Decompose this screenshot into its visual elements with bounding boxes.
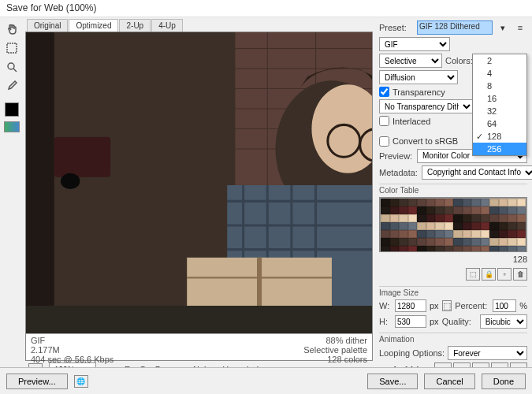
color-swatch[interactable]: [471, 222, 481, 230]
color-swatch[interactable]: [399, 238, 408, 246]
color-swatch[interactable]: [399, 222, 408, 230]
preview-button[interactable]: Preview...: [6, 374, 68, 389]
color-swatch[interactable]: [453, 230, 463, 238]
color-swatch[interactable]: [399, 206, 408, 214]
slice-visibility[interactable]: [4, 121, 20, 132]
color-swatch[interactable]: [417, 246, 426, 252]
color-swatch[interactable]: [517, 199, 526, 206]
reduction-select[interactable]: Selective: [379, 54, 442, 68]
color-swatch[interactable]: [453, 206, 463, 214]
transparency-dither-select[interactable]: No Transparency Dither: [379, 99, 474, 113]
color-swatch[interactable]: [426, 206, 436, 214]
color-swatch[interactable]: [408, 222, 418, 230]
color-swatch[interactable]: [426, 214, 436, 222]
color-swatch[interactable]: [381, 230, 390, 238]
color-swatch[interactable]: [471, 199, 481, 206]
colors-option-64[interactable]: 64: [473, 117, 526, 130]
color-swatch[interactable]: [463, 238, 472, 246]
ct-lock-icon[interactable]: 🔒: [482, 268, 496, 281]
dither-select[interactable]: Diffusion: [379, 70, 458, 84]
preset-menu-icon[interactable]: ▾: [496, 20, 510, 35]
color-swatch[interactable]: [517, 214, 526, 222]
color-swatch[interactable]: [381, 199, 390, 206]
colors-option-8[interactable]: 8: [473, 80, 526, 92]
color-swatch[interactable]: [435, 206, 445, 214]
tab-4up[interactable]: 4-Up: [151, 19, 183, 32]
color-swatch[interactable]: [463, 206, 472, 214]
color-swatch[interactable]: [399, 230, 408, 238]
color-swatch[interactable]: [417, 199, 426, 206]
color-swatch[interactable]: [399, 246, 408, 252]
color-swatch[interactable]: [508, 222, 517, 230]
color-swatch[interactable]: [517, 206, 526, 214]
color-swatch[interactable]: [408, 214, 418, 222]
colors-option-256[interactable]: 256: [473, 143, 526, 155]
colors-option-4[interactable]: 4: [473, 67, 526, 80]
color-swatch[interactable]: [499, 222, 508, 230]
color-swatch[interactable]: [390, 214, 400, 222]
color-swatch[interactable]: [435, 246, 445, 252]
color-swatch[interactable]: [471, 206, 481, 214]
color-swatch[interactable]: [417, 214, 426, 222]
color-swatch[interactable]: [508, 238, 517, 246]
color-swatch[interactable]: [499, 199, 508, 206]
color-swatch[interactable]: [399, 199, 408, 206]
color-swatch[interactable]: [481, 199, 490, 206]
color-swatch[interactable]: [471, 246, 481, 252]
link-icon[interactable]: ⬚: [442, 300, 452, 311]
color-swatch[interactable]: [481, 238, 490, 246]
foreground-color[interactable]: [5, 102, 19, 117]
tab-original[interactable]: Original: [27, 19, 68, 32]
color-swatch[interactable]: [463, 222, 472, 230]
color-swatch[interactable]: [445, 230, 454, 238]
zoom-tool[interactable]: [3, 58, 20, 76]
color-swatch[interactable]: [381, 214, 390, 222]
flyout-menu-icon[interactable]: ≡: [513, 20, 527, 35]
tab-optimized[interactable]: Optimized: [69, 19, 118, 32]
color-swatch[interactable]: [408, 246, 418, 252]
color-swatch[interactable]: [489, 246, 499, 252]
color-swatch[interactable]: [399, 214, 408, 222]
color-swatch[interactable]: [499, 206, 508, 214]
color-swatch[interactable]: [390, 230, 400, 238]
color-swatch[interactable]: [517, 246, 526, 252]
color-swatch[interactable]: [408, 230, 418, 238]
color-swatch[interactable]: [517, 230, 526, 238]
looping-select[interactable]: Forever: [448, 346, 527, 360]
color-swatch[interactable]: [517, 222, 526, 230]
color-swatch[interactable]: [417, 206, 426, 214]
colors-option-32[interactable]: 32: [473, 105, 526, 117]
quality-select[interactable]: Bicubic: [480, 314, 527, 329]
color-swatch[interactable]: [435, 238, 445, 246]
color-swatch[interactable]: [445, 246, 454, 252]
color-swatch[interactable]: [499, 246, 508, 252]
color-swatch[interactable]: [445, 214, 454, 222]
ct-sorticon[interactable]: ⬚: [466, 268, 480, 281]
format-select[interactable]: GIF: [379, 37, 450, 51]
color-swatch[interactable]: [408, 238, 418, 246]
color-swatch[interactable]: [508, 230, 517, 238]
color-swatch[interactable]: [408, 199, 418, 206]
color-swatch[interactable]: [481, 222, 490, 230]
color-swatch[interactable]: [445, 206, 454, 214]
color-swatch[interactable]: [471, 214, 481, 222]
color-swatch[interactable]: [499, 214, 508, 222]
color-swatch[interactable]: [489, 206, 499, 214]
colors-option-2[interactable]: 2: [473, 54, 526, 67]
ct-new-icon[interactable]: ▫: [497, 268, 512, 281]
color-swatch[interactable]: [481, 214, 490, 222]
color-swatch[interactable]: [435, 230, 445, 238]
colors-option-128[interactable]: 128: [473, 130, 526, 143]
tab-2up[interactable]: 2-Up: [119, 19, 151, 32]
color-table[interactable]: [379, 197, 527, 252]
color-swatch[interactable]: [435, 199, 445, 206]
cancel-button[interactable]: Cancel: [424, 374, 474, 389]
color-swatch[interactable]: [489, 199, 499, 206]
color-swatch[interactable]: [408, 206, 418, 214]
height-input[interactable]: [395, 315, 426, 328]
colors-option-16[interactable]: 16: [473, 92, 526, 105]
color-swatch[interactable]: [445, 238, 454, 246]
color-swatch[interactable]: [508, 246, 517, 252]
width-input[interactable]: [395, 299, 426, 312]
color-swatch[interactable]: [417, 238, 426, 246]
